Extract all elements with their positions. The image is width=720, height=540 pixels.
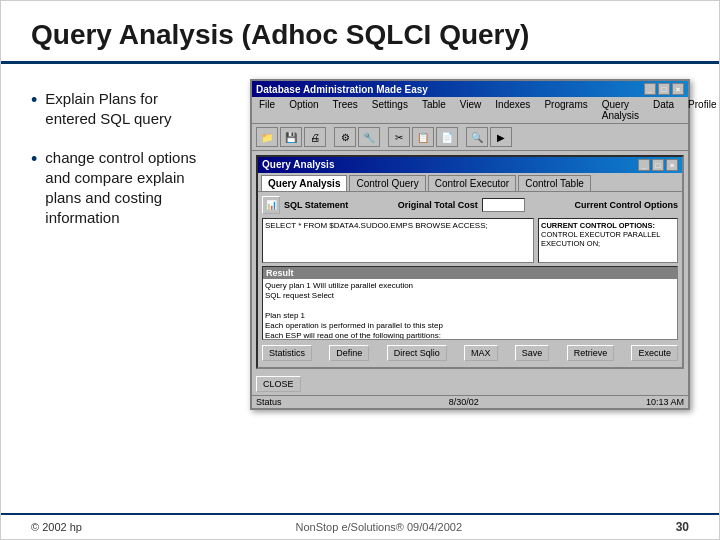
toolbar-btn-6[interactable]: ✂ — [388, 127, 410, 147]
options-line-1: CURRENT CONTROL OPTIONS: — [541, 221, 675, 230]
sql-text-area[interactable]: SELECT * FROM $DATA4.SUDO0.EMPS BROWSE A… — [262, 218, 534, 263]
original-cost-label: Original Total Cost — [398, 200, 478, 210]
qa-window-title-text: Query Analysis — [262, 159, 334, 171]
toolbar-btn-4[interactable]: ⚙ — [334, 127, 356, 147]
toolbar-btn-8[interactable]: 📄 — [436, 127, 458, 147]
close-bar: CLOSE — [252, 373, 688, 395]
tab-query-analysis[interactable]: Query Analysis — [261, 175, 347, 191]
toolbar: 📁 💾 🖨 ⚙ 🔧 ✂ 📋 📄 🔍 ▶ — [252, 124, 688, 151]
menu-file[interactable]: File — [256, 98, 278, 122]
menu-profile[interactable]: Profile — [685, 98, 719, 122]
menu-query-analysis[interactable]: Query Analysis — [599, 98, 642, 122]
tab-control-table[interactable]: Control Table — [518, 175, 591, 191]
menu-programs[interactable]: Programs — [541, 98, 590, 122]
window-controls[interactable]: _ □ × — [644, 83, 684, 95]
bullet-text-2: change control options and compare expla… — [45, 148, 211, 229]
db-window-titlebar: Database Administration Made Easy _ □ × — [252, 81, 688, 97]
result-body: Query plan 1 Will utilize parallel execu… — [263, 279, 677, 339]
sql-statement-row: 📊 SQL Statement Original Total Cost Curr… — [262, 196, 678, 214]
menu-trees[interactable]: Trees — [330, 98, 361, 122]
menu-settings[interactable]: Settings — [369, 98, 411, 122]
bullet-icon: • — [31, 89, 37, 112]
qa-maximize-button[interactable]: □ — [652, 159, 664, 171]
close-main-button[interactable]: CLOSE — [256, 376, 301, 392]
maximize-button[interactable]: □ — [658, 83, 670, 95]
menu-indexes[interactable]: Indexes — [492, 98, 533, 122]
tab-control-query[interactable]: Control Query — [349, 175, 425, 191]
footer-copyright: © 2002 hp — [31, 521, 82, 533]
result-title: Result — [263, 267, 677, 279]
slide-title: Query Analysis (Adhoc SQLCI Query) — [31, 19, 689, 51]
result-line-2: SQL request Select — [265, 291, 675, 300]
slide-footer: © 2002 hp NonStop e/Solutions® 09/04/200… — [1, 513, 719, 539]
slide-container: Query Analysis (Adhoc SQLCI Query) • Exp… — [0, 0, 720, 540]
execute-button[interactable]: Execute — [631, 345, 678, 361]
result-line-1: Query plan 1 Will utilize parallel execu… — [265, 281, 675, 290]
minimize-button[interactable]: _ — [644, 83, 656, 95]
status-time: 10:13 AM — [646, 397, 684, 407]
status-date: 8/30/02 — [449, 397, 479, 407]
result-section: Result Query plan 1 Will utilize paralle… — [262, 266, 678, 340]
current-options-label: Current Control Options — [575, 200, 679, 210]
direct-sqlio-button[interactable]: Direct Sqlio — [387, 345, 447, 361]
sql-icon: 📊 — [262, 196, 280, 214]
slide-body: • Explain Plans for entered SQL query • … — [1, 64, 719, 513]
define-button[interactable]: Define — [329, 345, 369, 361]
bullet-icon: • — [31, 148, 37, 171]
menu-data[interactable]: Data — [650, 98, 677, 122]
db-window-title-text: Database Administration Made Easy — [256, 84, 428, 95]
max-button[interactable]: MAX — [464, 345, 498, 361]
result-line-6: Each ESP will read one of the following … — [265, 331, 675, 339]
qa-window-titlebar: Query Analysis _ □ × — [258, 157, 682, 173]
toolbar-cluster-1: 📁 💾 🖨 ⚙ 🔧 ✂ 📋 📄 🔍 ▶ — [256, 127, 512, 147]
status-text: Status — [256, 397, 282, 407]
statistics-button[interactable]: Statistics — [262, 345, 312, 361]
toolbar-btn-2[interactable]: 💾 — [280, 127, 302, 147]
qa-minimize-button[interactable]: _ — [638, 159, 650, 171]
qa-window-controls[interactable]: _ □ × — [638, 159, 678, 171]
retrieve-button[interactable]: Retrieve — [567, 345, 615, 361]
db-admin-window[interactable]: Database Administration Made Easy _ □ × … — [250, 79, 690, 410]
qa-bottom-buttons: Statistics Define Direct Sqlio MAX Save … — [262, 343, 678, 363]
close-button[interactable]: × — [672, 83, 684, 95]
toolbar-btn-7[interactable]: 📋 — [412, 127, 434, 147]
qa-close-button[interactable]: × — [666, 159, 678, 171]
query-analysis-inner-window: Query Analysis _ □ × Query Analysis Cont… — [256, 155, 684, 369]
toolbar-btn-5[interactable]: 🔧 — [358, 127, 380, 147]
result-line-4: Plan step 1 — [265, 311, 675, 320]
status-bar: Status 8/30/02 10:13 AM — [252, 395, 688, 408]
footer-center-text: NonStop e/Solutions® 09/04/2002 — [296, 521, 463, 533]
original-cost-input[interactable] — [482, 198, 525, 212]
save-button[interactable]: Save — [515, 345, 550, 361]
sql-options-section: SELECT * FROM $DATA4.SUDO0.EMPS BROWSE A… — [262, 218, 678, 263]
result-line-3 — [265, 301, 675, 310]
qa-content: 📊 SQL Statement Original Total Cost Curr… — [258, 192, 682, 367]
sql-statement-label: SQL Statement — [284, 200, 348, 210]
slide-left: • Explain Plans for entered SQL query • … — [1, 74, 231, 503]
menu-view[interactable]: View — [457, 98, 485, 122]
result-line-5: Each operation is performed in parallel … — [265, 321, 675, 330]
tab-control-executor[interactable]: Control Executor — [428, 175, 516, 191]
toolbar-btn-10[interactable]: ▶ — [490, 127, 512, 147]
sql-text: SELECT * FROM $DATA4.SUDO0.EMPS BROWSE A… — [265, 221, 488, 230]
list-item: • change control options and compare exp… — [31, 148, 211, 229]
menu-bar: File Option Trees Settings Table View In… — [252, 97, 688, 124]
footer-page-number: 30 — [676, 520, 689, 534]
menu-option[interactable]: Option — [286, 98, 321, 122]
slide-right: Database Administration Made Easy _ □ × … — [231, 74, 719, 503]
toolbar-btn-3[interactable]: 🖨 — [304, 127, 326, 147]
bullet-text-1: Explain Plans for entered SQL query — [45, 89, 211, 130]
slide-header: Query Analysis (Adhoc SQLCI Query) — [1, 1, 719, 64]
qa-tabs: Query Analysis Control Query Control Exe… — [258, 173, 682, 192]
list-item: • Explain Plans for entered SQL query — [31, 89, 211, 130]
toolbar-btn-9[interactable]: 🔍 — [466, 127, 488, 147]
options-line-2: CONTROL EXECUTOR PARALLEL EXECUTION ON; — [541, 230, 675, 248]
options-area: CURRENT CONTROL OPTIONS: CONTROL EXECUTO… — [538, 218, 678, 263]
menu-table[interactable]: Table — [419, 98, 449, 122]
toolbar-btn-1[interactable]: 📁 — [256, 127, 278, 147]
